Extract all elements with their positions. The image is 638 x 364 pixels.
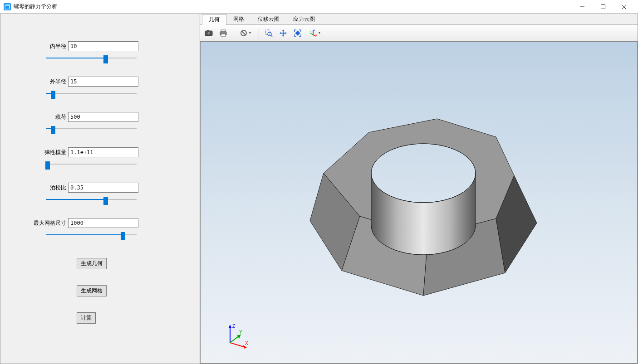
display-mode-dropdown[interactable]: ▼	[236, 27, 256, 39]
screenshot-button[interactable]	[202, 27, 216, 39]
svg-point-6	[207, 32, 211, 35]
svg-line-15	[271, 35, 272, 37]
svg-rect-7	[207, 30, 209, 31]
sidebar: 内半径外半径载荷弹性模量泊松比最大网格尺寸 生成几何 生成网格 计算	[0, 14, 200, 364]
param-label: 最大网格尺寸	[32, 219, 66, 227]
main-area: 几何网格位移云图应力云图 ▼ ZXY	[200, 14, 638, 364]
svg-rect-0	[5, 5, 10, 9]
tab-bar: 几何网格位移云图应力云图	[200, 14, 638, 25]
param-input-1[interactable]	[68, 77, 138, 87]
axis-gizmo: Z X Y	[223, 322, 250, 349]
axis-view-dropdown[interactable]: ZXY ▼	[305, 27, 325, 39]
window-title: 螺母的静力学分析	[14, 3, 572, 10]
param-input-0[interactable]	[68, 41, 138, 51]
svg-line-32	[230, 336, 239, 343]
chevron-down-icon: ▼	[248, 31, 252, 35]
param-label: 载荷	[44, 113, 66, 121]
tab-0[interactable]: 几何	[202, 14, 226, 25]
chevron-down-icon: ▼	[318, 31, 321, 35]
svg-text:Z: Z	[314, 29, 315, 31]
toolbar-separator	[233, 28, 233, 39]
tab-1[interactable]: 网格	[226, 14, 251, 24]
pan-button[interactable]	[276, 27, 290, 39]
param-input-5[interactable]	[68, 218, 138, 228]
nut-model	[292, 101, 546, 305]
minimize-button[interactable]	[572, 0, 593, 14]
3d-viewport[interactable]: Z X Y	[200, 41, 638, 364]
tab-2[interactable]: 位移云图	[251, 14, 286, 24]
svg-point-14	[268, 32, 271, 36]
param-slider-5[interactable]	[46, 231, 137, 240]
svg-rect-10	[221, 34, 226, 36]
calculate-button[interactable]: 计算	[77, 312, 96, 324]
svg-line-30	[230, 343, 245, 347]
param-input-2[interactable]	[68, 112, 138, 122]
fit-view-button[interactable]	[291, 27, 304, 39]
svg-rect-2	[601, 5, 605, 9]
generate-geometry-button[interactable]: 生成几何	[77, 258, 107, 269]
toolbar-separator	[259, 28, 259, 39]
param-input-4[interactable]	[68, 183, 138, 193]
param-slider-2[interactable]	[46, 125, 137, 134]
zoom-area-button[interactable]	[262, 27, 275, 39]
svg-text:X: X	[315, 34, 317, 36]
param-label: 内半径	[44, 43, 66, 50]
param-slider-4[interactable]	[46, 195, 137, 204]
app-icon	[4, 3, 11, 10]
svg-text:Y: Y	[309, 30, 311, 33]
tab-3[interactable]: 应力云图	[286, 14, 322, 24]
param-input-3[interactable]	[68, 147, 138, 157]
param-slider-1[interactable]	[46, 89, 137, 98]
maximize-button[interactable]	[593, 0, 613, 14]
svg-rect-16	[295, 30, 300, 35]
svg-marker-29	[229, 325, 231, 328]
param-slider-3[interactable]	[46, 160, 137, 169]
generate-mesh-button[interactable]: 生成网格	[77, 285, 107, 296]
axis-x-label: X	[245, 341, 248, 346]
close-button[interactable]	[613, 0, 634, 14]
svg-line-12	[242, 31, 245, 35]
axis-y-label: Y	[239, 330, 242, 335]
param-label: 弹性模量	[32, 149, 66, 156]
param-slider-0[interactable]	[46, 54, 137, 63]
svg-point-27	[371, 144, 476, 203]
viewer-toolbar: ▼ ZXY ▼	[200, 25, 638, 41]
svg-rect-8	[221, 30, 226, 32]
print-button[interactable]	[216, 27, 230, 39]
param-label: 泊松比	[44, 184, 66, 192]
param-label: 外半径	[44, 78, 66, 86]
svg-line-19	[310, 33, 313, 35]
title-bar: 螺母的静力学分析	[0, 0, 638, 14]
axis-z-label: Z	[232, 324, 235, 329]
